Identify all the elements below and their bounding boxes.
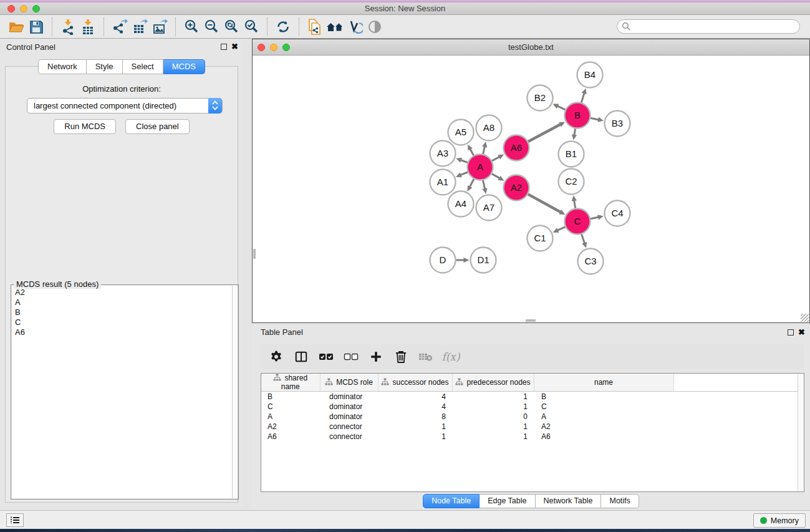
table-cell[interactable]: B bbox=[261, 392, 320, 402]
zoom-fit-button[interactable] bbox=[221, 17, 241, 37]
table-cell[interactable]: connector bbox=[320, 422, 378, 432]
network-window-titlebar[interactable]: testGlobe.txt bbox=[253, 39, 809, 56]
table-cell[interactable]: C bbox=[261, 402, 320, 412]
edge-A-A8[interactable] bbox=[483, 147, 485, 154]
close-panel-icon[interactable]: ✖ bbox=[231, 44, 238, 50]
edge-B-B4[interactable] bbox=[581, 93, 584, 102]
hide-panels-button[interactable] bbox=[365, 17, 385, 37]
table-cell[interactable]: A bbox=[261, 412, 320, 422]
table-cell[interactable]: 0 bbox=[452, 412, 534, 422]
node-table-grid[interactable]: shared nameMCDS rolesuccessor nodesprede… bbox=[261, 374, 803, 442]
home-views-button[interactable] bbox=[325, 17, 345, 37]
select-all-columns-button[interactable] bbox=[318, 349, 334, 365]
tab-select[interactable]: Select bbox=[123, 59, 163, 74]
search-input[interactable] bbox=[617, 19, 800, 34]
cybrowser-button[interactable] bbox=[345, 17, 365, 37]
zoom-out-button[interactable] bbox=[201, 17, 221, 37]
close-panel-button[interactable]: Close panel bbox=[125, 119, 190, 134]
table-cell[interactable]: connector bbox=[320, 432, 378, 442]
table-cell[interactable]: 1 bbox=[378, 432, 452, 442]
edge-B-B2[interactable] bbox=[557, 106, 566, 110]
table-cell[interactable]: 1 bbox=[378, 422, 452, 432]
edge-C-C1[interactable] bbox=[557, 227, 566, 231]
table-row[interactable]: Bdominator41B bbox=[261, 392, 803, 402]
table-header[interactable]: shared nameMCDS rolesuccessor nodesprede… bbox=[261, 374, 803, 392]
mcds-result-item[interactable]: A bbox=[15, 297, 238, 307]
table-cell[interactable]: A2 bbox=[534, 422, 673, 432]
tab-mcds[interactable]: MCDS bbox=[163, 59, 205, 74]
table-cell[interactable]: B bbox=[534, 392, 673, 402]
tab-edge-table[interactable]: Edge Table bbox=[480, 494, 535, 508]
table-row[interactable]: A6connector11A6 bbox=[261, 432, 803, 442]
edge-B-B3[interactable] bbox=[591, 118, 599, 120]
edge-C-C2[interactable] bbox=[574, 200, 576, 208]
export-image-button[interactable] bbox=[150, 17, 170, 37]
table-row[interactable]: Adominator80A bbox=[261, 412, 803, 422]
edge-A-A7[interactable] bbox=[483, 180, 485, 189]
import-network-button[interactable] bbox=[58, 17, 78, 37]
show-panels-button[interactable] bbox=[6, 513, 24, 527]
table-cell[interactable]: 1 bbox=[452, 392, 534, 402]
export-network-button[interactable] bbox=[110, 17, 130, 37]
table-cell[interactable]: dominator bbox=[320, 402, 378, 412]
table-body[interactable]: Bdominator41BCdominator41CAdominator80AA… bbox=[261, 392, 803, 442]
table-cell[interactable]: dominator bbox=[320, 392, 378, 402]
edge-C-C3[interactable] bbox=[582, 234, 585, 243]
mcds-result-list-area[interactable]: A2ABCA6 bbox=[12, 286, 238, 498]
network-graph[interactable]: B4B2BB3A8A5A6A3B1AC2A1A2A4A7C4CC1C3DD1 bbox=[253, 56, 809, 322]
memory-button[interactable]: Memory bbox=[753, 513, 806, 528]
delete-columns-button[interactable] bbox=[393, 349, 409, 365]
table-cell[interactable]: A6 bbox=[261, 432, 320, 442]
result-scrollbar[interactable] bbox=[232, 286, 238, 498]
table-cell[interactable]: 4 bbox=[378, 402, 452, 412]
canvas-hscroll-thumb[interactable] bbox=[526, 319, 536, 322]
edge-A-A3[interactable] bbox=[461, 160, 468, 162]
mcds-result-item[interactable]: A2 bbox=[15, 288, 238, 297]
create-column-button[interactable] bbox=[368, 349, 384, 365]
tab-network[interactable]: Network bbox=[38, 59, 87, 74]
tab-network-table[interactable]: Network Table bbox=[536, 494, 602, 508]
show-column-panel-button[interactable] bbox=[293, 349, 309, 365]
edge-A-A1[interactable] bbox=[460, 172, 468, 175]
optimization-criterion-select[interactable]: largest connected component (directed) bbox=[27, 98, 223, 114]
table-cell[interactable]: A6 bbox=[534, 432, 673, 442]
table-cell[interactable]: 1 bbox=[452, 432, 534, 442]
tab-motifs[interactable]: Motifs bbox=[601, 494, 639, 508]
column-header-MCDS-role[interactable]: MCDS role bbox=[320, 374, 378, 392]
export-table-button[interactable] bbox=[130, 17, 150, 37]
table-row[interactable]: A2connector11A2 bbox=[261, 422, 803, 432]
table-scrollbar[interactable] bbox=[798, 374, 804, 491]
app-titlebar[interactable]: Session: New Session bbox=[0, 2, 810, 15]
float-table-panel-icon[interactable] bbox=[788, 329, 794, 336]
canvas-vscroll-thumb[interactable] bbox=[253, 249, 256, 259]
close-table-panel-icon[interactable]: ✖ bbox=[798, 329, 805, 336]
zoom-selected-button[interactable] bbox=[241, 17, 261, 37]
edge-A2-C[interactable] bbox=[528, 194, 561, 212]
edge-A-A2[interactable] bbox=[492, 174, 500, 178]
edge-C-C4[interactable] bbox=[591, 217, 599, 219]
table-cell[interactable]: 4 bbox=[378, 392, 452, 402]
mcds-result-item[interactable]: C bbox=[15, 317, 238, 327]
column-header-predecessor-nodes[interactable]: predecessor nodes bbox=[452, 374, 534, 392]
tab-style[interactable]: Style bbox=[87, 59, 123, 74]
table-cell[interactable]: 1 bbox=[452, 402, 534, 412]
edge-A-A5[interactable] bbox=[470, 149, 474, 156]
function-builder-button[interactable]: f(x) bbox=[443, 349, 459, 365]
network-canvas[interactable]: B4B2BB3A8A5A6A3B1AC2A1A2A4A7C4CC1C3DD1 bbox=[253, 56, 809, 322]
table-row[interactable]: Cdominator41C bbox=[261, 402, 803, 412]
mcds-result-item[interactable]: A6 bbox=[15, 327, 238, 337]
save-session-button[interactable] bbox=[26, 17, 46, 37]
mcds-result-item[interactable]: B bbox=[15, 307, 238, 317]
import-table-button[interactable] bbox=[78, 17, 98, 37]
table-cell[interactable]: A2 bbox=[261, 422, 320, 432]
table-settings-button[interactable] bbox=[268, 349, 284, 365]
column-header-name[interactable]: name bbox=[534, 374, 673, 392]
edge-A6-B[interactable] bbox=[528, 124, 561, 142]
table-cell[interactable]: 8 bbox=[378, 412, 452, 422]
apply-layout-button[interactable] bbox=[273, 17, 293, 37]
tab-node-table[interactable]: Node Table bbox=[423, 494, 480, 508]
node-table[interactable]: shared nameMCDS rolesuccessor nodesprede… bbox=[261, 373, 804, 492]
column-header-successor-nodes[interactable]: successor nodes bbox=[378, 374, 452, 392]
delete-table-button[interactable] bbox=[418, 349, 434, 365]
table-cell[interactable]: C bbox=[534, 402, 673, 412]
